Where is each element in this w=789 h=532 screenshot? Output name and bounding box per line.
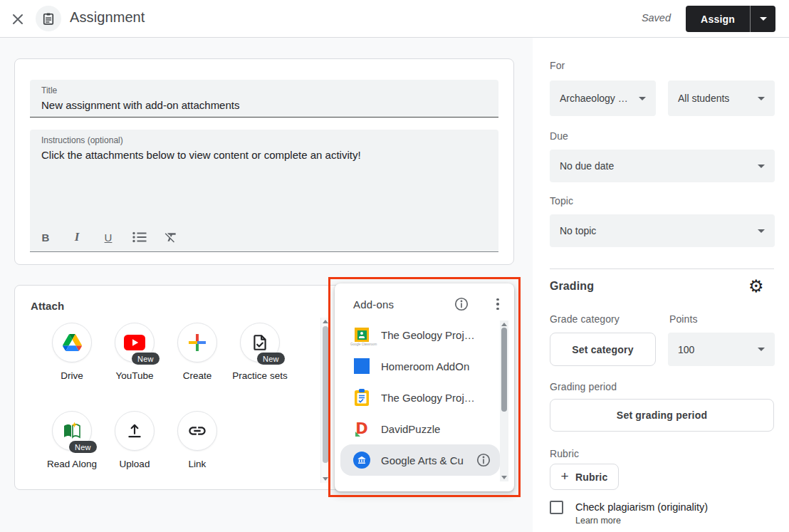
grading-divider [550, 268, 774, 269]
attach-youtube-button[interactable]: YouTube New [103, 323, 166, 383]
attach-upload-button[interactable]: Upload [103, 411, 166, 471]
google-arts-culture-icon [353, 452, 370, 469]
grade-category-label: Grade category [550, 313, 620, 325]
points-select[interactable]: 100 [668, 333, 775, 366]
title-field-label: Title [41, 85, 487, 96]
chevron-down-icon [758, 348, 765, 351]
scrollbar-thumb[interactable] [323, 326, 328, 463]
instructions-field[interactable]: Instructions (optional) Click the attach… [30, 130, 498, 252]
bold-button[interactable]: B [36, 227, 56, 247]
attach-read-along-button[interactable]: Read Along New [41, 411, 103, 471]
attach-drive-button[interactable]: Drive [41, 323, 103, 383]
topic-select[interactable]: No topic [550, 214, 775, 247]
close-icon[interactable] [9, 11, 26, 28]
add-rubric-button-label: Rubric [575, 471, 608, 483]
google-create-plus-icon [177, 323, 217, 363]
due-date-select[interactable]: No due date [550, 150, 775, 182]
add-rubric-button[interactable]: + Rubric [550, 464, 619, 490]
page-title: Assignment [70, 9, 145, 26]
settings-sidebar: For Archaeology … All students Due No du… [533, 38, 789, 532]
google-classroom-icon: Google Classroom [353, 326, 370, 343]
chevron-down-icon [639, 97, 646, 100]
set-grading-period-button[interactable]: Set grading period [550, 399, 774, 432]
chevron-down-icon [760, 17, 767, 21]
students-select-value: All students [678, 93, 752, 104]
attach-heading: Attach [31, 300, 64, 312]
attach-create-button[interactable]: Create [166, 323, 229, 383]
scroll-down-icon[interactable] [501, 476, 507, 479]
new-badge: New [69, 441, 97, 453]
attach-link-button[interactable]: Link [166, 411, 229, 471]
attach-read-along-label: Read Along [41, 457, 103, 471]
italic-button[interactable]: I [67, 227, 87, 247]
google-drive-icon [52, 323, 92, 363]
instructions-field-value: Click the attachments below to view cont… [41, 148, 487, 162]
more-options-icon[interactable] [492, 296, 503, 312]
plus-icon: + [561, 469, 569, 484]
title-field[interactable]: Title New assignment with add-on attachm… [30, 80, 498, 118]
assign-options-button[interactable] [750, 6, 775, 32]
rubric-label: Rubric [550, 448, 579, 459]
gear-icon[interactable]: ⚙ [748, 278, 764, 295]
attach-create-label: Create [166, 369, 229, 383]
attach-practice-sets-button[interactable]: Practice sets New [229, 323, 291, 383]
attach-practice-sets-label: Practice sets [229, 369, 291, 383]
points-value: 100 [678, 344, 752, 355]
topic-value: No topic [560, 225, 752, 236]
title-field-value: New assignment with add-on attachments [41, 98, 487, 113]
class-select[interactable]: Archaeology … [550, 80, 656, 116]
addons-popup-title: Add-ons [353, 298, 394, 311]
assign-split-button: Assign [686, 6, 775, 32]
scrollbar-thumb[interactable] [501, 328, 507, 412]
plagiarism-checkbox[interactable] [550, 501, 563, 514]
new-badge: New [257, 353, 285, 365]
classroom-caption: Google Classroom [350, 343, 376, 346]
addon-row-homeroom[interactable]: Homeroom AddOn [340, 350, 500, 382]
attach-drive-label: Drive [41, 369, 103, 383]
link-icon [177, 411, 217, 451]
addon-name: The Geology Proj… [381, 329, 475, 341]
assignment-icon [36, 6, 61, 31]
davidpuzzle-d-icon: D [353, 420, 370, 437]
class-select-value: Archaeology … [560, 93, 633, 104]
scroll-up-icon[interactable] [323, 320, 328, 323]
addon-name: DavidPuzzle [381, 423, 440, 435]
attach-link-label: Link [166, 457, 229, 471]
addon-row-geology-1[interactable]: Google Classroom The Geology Proj… [340, 319, 500, 350]
for-label: For [550, 60, 565, 71]
addons-scrollbar[interactable] [500, 320, 508, 481]
learn-more-link[interactable]: Learn more [575, 516, 621, 526]
assign-button[interactable]: Assign [686, 6, 750, 32]
clear-formatting-button[interactable] [161, 227, 181, 247]
addon-row-davidpuzzle[interactable]: D DavidPuzzle [340, 413, 500, 444]
instructions-field-label: Instructions (optional) [41, 135, 487, 146]
attach-scrollbar[interactable] [320, 318, 329, 483]
scroll-down-icon[interactable] [323, 477, 328, 481]
chevron-down-icon [758, 97, 765, 100]
addon-name: Google Arts & Cu [381, 454, 464, 466]
bulleted-list-button[interactable] [130, 227, 150, 247]
info-icon[interactable] [476, 452, 491, 468]
info-icon[interactable] [454, 296, 469, 312]
plagiarism-label: Check plagiarism (originality) [575, 501, 708, 513]
addon-name: The Geology Proj… [381, 392, 475, 404]
points-label: Points [669, 313, 698, 325]
students-select[interactable]: All students [668, 80, 775, 116]
addon-name: Homeroom AddOn [381, 360, 469, 372]
grading-period-label: Grading period [550, 381, 617, 392]
underline-button[interactable]: U [98, 227, 118, 247]
chevron-down-icon [758, 165, 765, 168]
addon-row-google-arts-culture[interactable]: Google Arts & Cu [340, 444, 500, 476]
scroll-up-icon[interactable] [501, 323, 507, 326]
grading-heading: Grading [550, 280, 594, 293]
upload-icon [115, 411, 155, 451]
clipboard-check-icon [353, 389, 370, 406]
assignment-editor: For Archaeology … All students Due No du… [0, 0, 789, 532]
due-date-value: No due date [560, 160, 752, 172]
addon-row-geology-2[interactable]: The Geology Proj… [340, 382, 500, 413]
new-badge: New [132, 353, 160, 365]
set-category-button[interactable]: Set category [550, 333, 656, 366]
top-bar: Assignment Saved Assign [0, 0, 789, 38]
due-label: Due [550, 130, 568, 142]
formatting-toolbar: B I U [30, 223, 498, 251]
